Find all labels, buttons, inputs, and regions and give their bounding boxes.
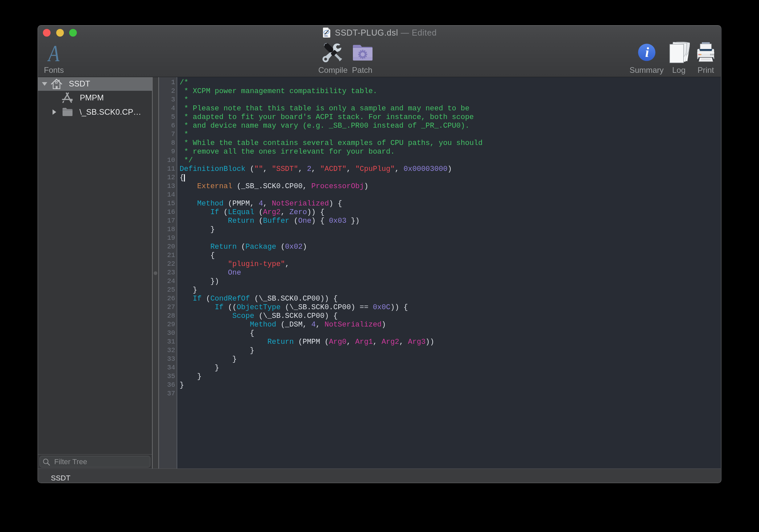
svg-text:i: i — [645, 45, 649, 60]
svg-text:DSL: DSL — [324, 35, 328, 37]
